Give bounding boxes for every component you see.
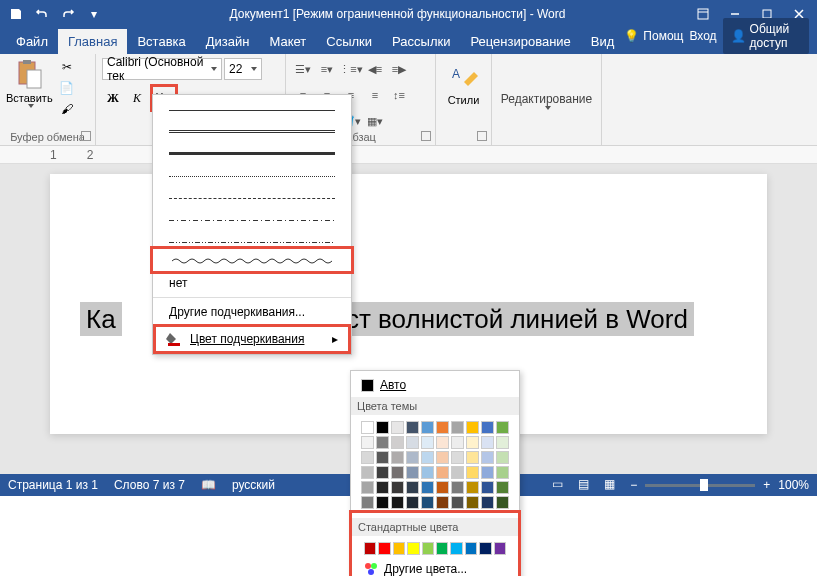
selected-text-right[interactable]: кст волнистой линией в Word <box>328 302 694 336</box>
borders-icon[interactable]: ▦▾ <box>364 110 386 132</box>
color-swatch[interactable] <box>393 542 405 555</box>
underline-dash-dot[interactable] <box>153 205 351 227</box>
color-swatch[interactable] <box>364 542 376 555</box>
color-swatch[interactable] <box>466 421 479 434</box>
underline-thick[interactable] <box>153 139 351 161</box>
color-swatch[interactable] <box>436 421 449 434</box>
more-colors[interactable]: Другие цвета... <box>358 559 512 576</box>
italic-button[interactable]: К <box>126 87 148 109</box>
color-swatch[interactable] <box>376 451 389 464</box>
color-swatch[interactable] <box>479 542 491 555</box>
color-swatch[interactable] <box>451 421 464 434</box>
color-swatch[interactable] <box>436 496 449 509</box>
color-swatch[interactable] <box>451 466 464 479</box>
status-page[interactable]: Страница 1 из 1 <box>8 478 98 492</box>
color-swatch[interactable] <box>436 542 448 555</box>
color-swatch[interactable] <box>406 481 419 494</box>
format-painter-icon[interactable]: 🖌 <box>57 100 77 118</box>
underline-color-menu[interactable]: Цвет подчеркивания ▸ <box>156 327 348 351</box>
color-swatch[interactable] <box>406 466 419 479</box>
color-swatch[interactable] <box>466 466 479 479</box>
color-swatch[interactable] <box>391 436 404 449</box>
tab-home[interactable]: Главная <box>58 29 127 54</box>
zoom-in-icon[interactable]: + <box>763 478 770 492</box>
tab-file[interactable]: Файл <box>6 29 58 54</box>
tab-view[interactable]: Вид <box>581 29 625 54</box>
color-swatch[interactable] <box>496 466 509 479</box>
underline-more[interactable]: Другие подчеркивания... <box>153 300 351 324</box>
color-swatch[interactable] <box>436 466 449 479</box>
print-layout-icon[interactable]: ▤ <box>578 477 596 493</box>
color-swatch[interactable] <box>421 481 434 494</box>
status-language[interactable]: русский <box>232 478 275 492</box>
color-swatch[interactable] <box>361 421 374 434</box>
zoom-value[interactable]: 100% <box>778 478 809 492</box>
color-swatch[interactable] <box>496 451 509 464</box>
zoom-out-icon[interactable]: − <box>630 478 637 492</box>
color-swatch[interactable] <box>466 481 479 494</box>
color-swatch[interactable] <box>450 542 462 555</box>
color-swatch[interactable] <box>407 542 419 555</box>
undo-icon[interactable] <box>30 2 54 26</box>
copy-icon[interactable]: 📄 <box>57 79 77 97</box>
underline-single[interactable] <box>153 95 351 117</box>
color-swatch[interactable] <box>481 421 494 434</box>
color-swatch[interactable] <box>451 496 464 509</box>
bullets-icon[interactable]: ☰▾ <box>292 58 314 80</box>
color-auto[interactable]: Авто <box>355 375 515 395</box>
color-swatch[interactable] <box>481 466 494 479</box>
color-swatch[interactable] <box>481 481 494 494</box>
line-spacing-icon[interactable]: ↕≡ <box>388 84 410 106</box>
color-swatch[interactable] <box>378 542 390 555</box>
color-swatch[interactable] <box>421 421 434 434</box>
font-name-select[interactable]: Calibri (Основной тек <box>102 58 222 80</box>
underline-dotted[interactable] <box>153 161 351 183</box>
tab-review[interactable]: Рецензирование <box>460 29 580 54</box>
color-swatch[interactable] <box>466 451 479 464</box>
underline-dashed[interactable] <box>153 183 351 205</box>
clipboard-dialog-icon[interactable] <box>81 131 91 141</box>
color-swatch[interactable] <box>406 436 419 449</box>
color-swatch[interactable] <box>391 466 404 479</box>
decrease-indent-icon[interactable]: ◀≡ <box>364 58 386 80</box>
justify-icon[interactable]: ≡ <box>364 84 386 106</box>
color-swatch[interactable] <box>376 481 389 494</box>
color-swatch[interactable] <box>481 436 494 449</box>
color-swatch[interactable] <box>436 451 449 464</box>
color-swatch[interactable] <box>376 421 389 434</box>
color-swatch[interactable] <box>481 496 494 509</box>
color-swatch[interactable] <box>466 496 479 509</box>
underline-wave[interactable] <box>153 249 351 271</box>
color-swatch[interactable] <box>496 481 509 494</box>
color-swatch[interactable] <box>391 421 404 434</box>
color-swatch[interactable] <box>451 436 464 449</box>
color-swatch[interactable] <box>422 542 434 555</box>
share-button[interactable]: 👤Общий доступ <box>723 18 809 54</box>
tab-design[interactable]: Дизайн <box>196 29 260 54</box>
styles-dialog-icon[interactable] <box>477 131 487 141</box>
color-swatch[interactable] <box>494 542 506 555</box>
color-swatch[interactable] <box>361 466 374 479</box>
paste-button[interactable]: Вставить <box>6 58 53 118</box>
color-swatch[interactable] <box>361 496 374 509</box>
color-swatch[interactable] <box>361 436 374 449</box>
bold-button[interactable]: Ж <box>102 87 124 109</box>
color-swatch[interactable] <box>376 436 389 449</box>
color-swatch[interactable] <box>496 436 509 449</box>
color-swatch[interactable] <box>361 451 374 464</box>
color-swatch[interactable] <box>451 481 464 494</box>
color-swatch[interactable] <box>421 436 434 449</box>
redo-icon[interactable] <box>56 2 80 26</box>
color-swatch[interactable] <box>376 466 389 479</box>
zoom-slider[interactable] <box>645 484 755 487</box>
cut-icon[interactable]: ✂ <box>57 58 77 76</box>
tab-mailings[interactable]: Рассылки <box>382 29 460 54</box>
color-swatch[interactable] <box>436 436 449 449</box>
selected-text-left[interactable]: Ка <box>80 302 122 336</box>
tab-references[interactable]: Ссылки <box>316 29 382 54</box>
color-swatch[interactable] <box>465 542 477 555</box>
multilevel-icon[interactable]: ⋮≡▾ <box>340 58 362 80</box>
color-swatch[interactable] <box>406 496 419 509</box>
horizontal-ruler[interactable]: 1 2 3 4 5 6 7 8 9 10 11 12 13 14 15 16 1… <box>0 146 817 164</box>
color-swatch[interactable] <box>391 496 404 509</box>
